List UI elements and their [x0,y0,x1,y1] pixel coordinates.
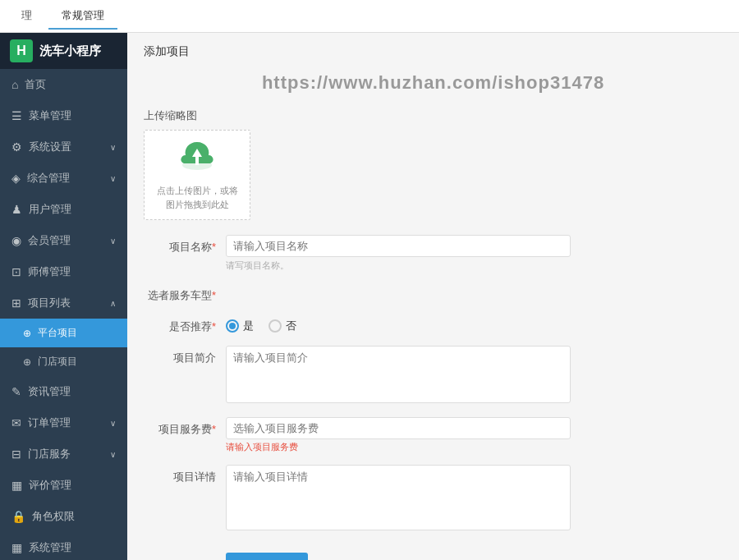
intro-field [226,346,571,406]
sidebar-item-general[interactable]: ◈ 综合管理 ∨ [0,163,127,194]
service-fee-label: 项目服务费* [144,417,226,437]
service-type-label: 选者服务车型* [144,283,226,303]
role-icon: 🔒 [11,510,25,523]
sidebar: H 洗车小程序 ⌂ 首页 ☰ 菜单管理 ⚙ 系统设置 ∨ ◈ 综合管理 ∨ ♟ … [0,33,127,560]
watermark-text: https://www.huzhan.com/ishop31478 [144,72,723,94]
general-icon: ◈ [11,172,21,185]
chevron-down-icon: ∨ [110,143,116,152]
sidebar-item-store-project[interactable]: ⊕ 门店项目 [0,347,127,376]
detail-textarea[interactable] [226,465,571,530]
upload-cloud-icon [177,139,217,179]
sidebar-item-home[interactable]: ⌂ 首页 [0,69,127,100]
radio-yes-dot [229,323,236,329]
service-fee-input[interactable] [226,417,571,439]
form-row-recommend: 是否推荐* 是 否 [144,314,723,334]
sidebar-item-member[interactable]: ◉ 会员管理 ∨ [0,225,127,256]
sidebar-item-role[interactable]: 🔒 角色权限 [0,501,127,532]
detail-field [226,465,571,533]
recommend-radio-group: 是 否 [226,314,571,333]
supplier-icon: ⊡ [11,265,21,278]
intro-label: 项目简介 [144,346,226,365]
section-title: 添加项目 [144,44,723,59]
form-row-service-type: 选者服务车型* [144,283,723,303]
app-logo: H [10,39,33,62]
content-area: 添加项目 https://www.huzhan.com/ishop31478 上… [127,33,739,560]
radio-no-circle [269,319,282,333]
chevron-down-icon: ∨ [110,419,116,428]
sidebar-item-menu[interactable]: ☰ 菜单管理 [0,100,127,131]
system-icon: ⚙ [11,140,22,154]
member-icon: ◉ [11,234,21,247]
sidebar-item-system[interactable]: ⚙ 系统设置 ∨ [0,131,127,163]
top-nav-manage[interactable]: 理 [8,3,45,30]
form-row-detail: 项目详情 [144,465,723,533]
sidebar-header: H 洗车小程序 [0,33,127,69]
sidebar-item-news[interactable]: ✎ 资讯管理 [0,376,127,407]
upload-box[interactable]: 点击上传图片，或将 图片拖拽到此处 [144,130,250,220]
top-nav: 理 常规管理 [0,0,739,33]
detail-label: 项目详情 [144,465,226,484]
review-icon: ▦ [11,479,22,492]
top-nav-general[interactable]: 常规管理 [48,3,117,30]
platform-project-icon: ⊕ [23,328,31,339]
user-icon: ♟ [11,203,22,216]
service-fee-hint: 请输入项目服务费 [226,441,571,453]
sidebar-item-order[interactable]: ✉ 订单管理 ∨ [0,407,127,438]
chevron-up-icon: ∧ [110,299,116,308]
save-button[interactable]: 确认保存 [226,553,308,560]
sidebar-item-supplier[interactable]: ⊡ 师傅管理 [0,256,127,287]
upload-label: 上传缩略图 [144,108,723,123]
chevron-down-icon: ∨ [110,236,116,246]
sys-manage-icon: ▦ [11,541,22,554]
store-service-icon: ⊟ [11,448,21,461]
project-name-field: 请写项目名称。 [226,235,571,272]
main-layout: H 洗车小程序 ⌂ 首页 ☰ 菜单管理 ⚙ 系统设置 ∨ ◈ 综合管理 ∨ ♟ … [0,33,739,560]
recommend-label: 是否推荐* [144,314,226,334]
menu-icon: ☰ [11,109,22,122]
store-project-icon: ⊕ [23,356,31,368]
sidebar-item-review[interactable]: ▦ 评价管理 [0,470,127,501]
app-name: 洗车小程序 [39,44,101,59]
form-row-service-fee: 项目服务费* 请输入项目服务费 [144,417,723,453]
service-fee-field: 请输入项目服务费 [226,417,571,453]
recommend-no-option[interactable]: 否 [269,319,296,333]
upload-hint: 点击上传图片，或将 图片拖拽到此处 [157,184,238,211]
news-icon: ✎ [11,385,21,398]
form-row-intro: 项目简介 [144,346,723,406]
home-icon: ⌂ [11,78,18,91]
sidebar-item-store-service[interactable]: ⊟ 门店服务 ∨ [0,438,127,470]
form-row-project-name: 项目名称* 请写项目名称。 [144,235,723,272]
recommend-yes-option[interactable]: 是 [226,319,254,333]
intro-textarea[interactable] [226,346,571,403]
sidebar-item-sys-manage[interactable]: ▦ 系统管理 [0,532,127,560]
chevron-down-icon: ∨ [110,450,116,459]
sidebar-item-project-list[interactable]: ⊞ 项目列表 ∧ [0,287,127,319]
recommend-field: 是 否 [226,314,571,333]
project-name-label: 项目名称* [144,235,226,255]
project-name-hint: 请写项目名称。 [226,259,571,272]
project-name-input[interactable] [226,235,571,257]
project-list-icon: ⊞ [11,296,21,310]
order-icon: ✉ [11,416,21,429]
sidebar-item-platform-project[interactable]: ⊕ 平台项目 [0,319,127,347]
radio-yes-circle [226,319,239,333]
chevron-down-icon: ∨ [110,174,116,183]
sidebar-item-user[interactable]: ♟ 用户管理 [0,194,127,225]
